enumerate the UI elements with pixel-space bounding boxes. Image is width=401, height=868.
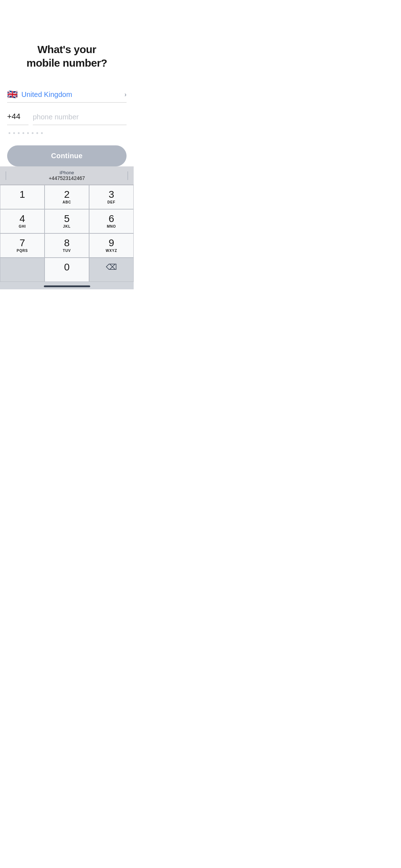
screen: What's your mobile number? 🇬🇧 United Kin… <box>0 0 134 289</box>
dot <box>22 132 24 134</box>
phone-input-container[interactable] <box>33 109 127 125</box>
key-number-empty <box>21 262 24 272</box>
key-letters-3: DEF <box>107 200 115 205</box>
key-number-3: 3 <box>109 190 114 200</box>
continue-button[interactable]: Continue <box>7 145 127 166</box>
dot <box>27 132 29 134</box>
key-number-7: 7 <box>20 238 25 248</box>
key-6[interactable]: 6 MNO <box>89 209 134 233</box>
phone-number-input[interactable] <box>33 113 127 121</box>
key-number-5: 5 <box>64 214 70 224</box>
numpad: 1 2 ABC 3 DEF 4 GHI 5 JKL 6 MNO <box>0 185 134 282</box>
key-letters-9: WXYZ <box>106 249 117 254</box>
delete-icon: ⌫ <box>106 263 117 272</box>
autofill-suggestion[interactable]: iPhone +447523142467 <box>49 170 85 181</box>
dot <box>41 132 43 134</box>
dial-code: +44 <box>7 112 20 121</box>
autofill-device-label: iPhone <box>49 170 85 175</box>
chevron-right-icon: › <box>124 91 127 98</box>
key-1[interactable]: 1 <box>0 185 45 209</box>
key-7[interactable]: 7 PQRS <box>0 233 45 258</box>
autofill-left-divider <box>6 171 6 180</box>
key-empty <box>0 258 45 282</box>
key-letters-delete <box>111 273 112 278</box>
country-flag: 🇬🇧 <box>7 90 18 99</box>
country-selector[interactable]: 🇬🇧 United Kingdom › <box>7 87 127 103</box>
key-number-8: 8 <box>64 238 70 248</box>
autofill-phone-number: +447523142467 <box>49 175 85 181</box>
key-number-6: 6 <box>109 214 114 224</box>
home-indicator <box>44 285 90 287</box>
phone-row: +44 <box>7 108 127 125</box>
key-letters-8: TUV <box>63 249 71 254</box>
dot <box>36 132 38 134</box>
form-container: 🇬🇧 United Kingdom › +44 <box>7 87 127 166</box>
dots-row <box>9 129 127 137</box>
key-9[interactable]: 9 WXYZ <box>89 233 134 258</box>
keyboard-area: iPhone +447523142467 1 2 ABC 3 DEF 4 <box>0 166 134 289</box>
key-3[interactable]: 3 DEF <box>89 185 134 209</box>
dot <box>32 132 34 134</box>
key-number-1: 1 <box>20 190 25 200</box>
dial-code-container: +44 <box>7 108 29 125</box>
content-area: What's your mobile number? 🇬🇧 United Kin… <box>0 0 134 166</box>
key-letters-1 <box>22 200 23 205</box>
key-number-4: 4 <box>20 214 25 224</box>
key-letters-0 <box>66 273 68 278</box>
key-letters-4: GHI <box>19 224 26 229</box>
key-0[interactable]: 0 <box>45 258 89 282</box>
dot <box>13 132 15 134</box>
key-number-2: 2 <box>64 190 70 200</box>
key-2[interactable]: 2 ABC <box>45 185 89 209</box>
delete-key[interactable]: ⌫ <box>89 258 134 282</box>
key-letters-7: PQRS <box>17 249 28 254</box>
key-4[interactable]: 4 GHI <box>0 209 45 233</box>
key-8[interactable]: 8 TUV <box>45 233 89 258</box>
key-letters-5: JKL <box>63 224 71 229</box>
autofill-right-divider <box>128 171 128 180</box>
key-letters-empty <box>22 273 23 278</box>
dot <box>9 132 10 134</box>
page-title: What's your mobile number? <box>26 43 107 69</box>
dot <box>18 132 20 134</box>
key-letters-2: ABC <box>62 200 71 205</box>
country-name: United Kingdom <box>21 91 72 99</box>
autofill-bar[interactable]: iPhone +447523142467 <box>0 166 134 185</box>
home-indicator-area <box>0 282 134 289</box>
key-5[interactable]: 5 JKL <box>45 209 89 233</box>
key-number-9: 9 <box>109 238 114 248</box>
key-letters-6: MNO <box>107 224 116 229</box>
country-left: 🇬🇧 United Kingdom <box>7 90 72 99</box>
key-number-0: 0 <box>64 262 70 272</box>
